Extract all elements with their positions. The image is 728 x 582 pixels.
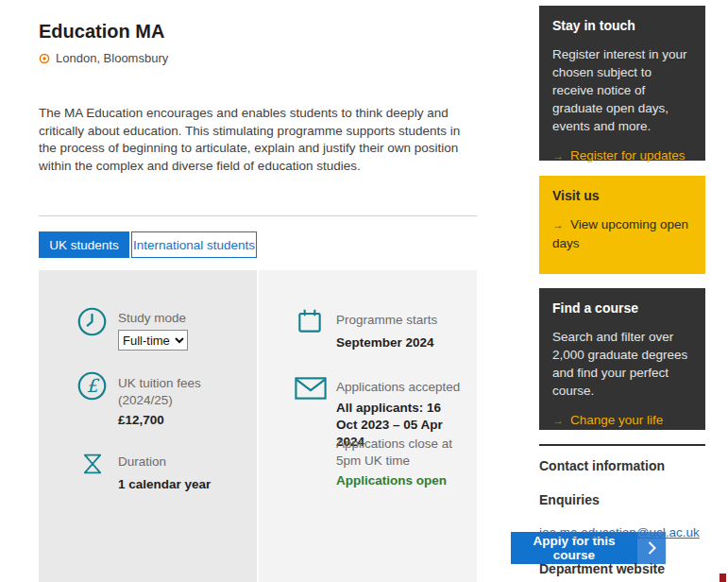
key-information-panel: Study mode Full-time £ UK tuition fees (… <box>39 270 477 582</box>
calendar-icon <box>295 306 325 336</box>
tuition-label: UK tuition fees (2024/25) <box>118 375 231 409</box>
enquiries-heading: Enquiries <box>539 492 600 507</box>
duration-value: 1 calendar year <box>118 476 211 493</box>
contact-information-heading: Contact information <box>539 458 665 473</box>
pound-fees-icon: £ <box>76 370 108 402</box>
page-title: Education MA <box>39 21 164 43</box>
contact-divider <box>539 444 705 446</box>
location-pin-icon <box>39 53 50 64</box>
hourglass-icon <box>79 450 106 478</box>
visit-us-title: Visit us <box>552 188 692 203</box>
find-a-course-box: Find a course Search and filter over 2,0… <box>539 288 705 430</box>
arrow-right-icon: → <box>552 218 564 231</box>
visit-us-box: Visit us →View upcoming open days <box>539 176 705 274</box>
envelope-icon <box>295 376 327 401</box>
stay-in-touch-box: Stay in touch Register interest in your … <box>539 6 705 161</box>
tab-international-students[interactable]: International students <box>131 231 257 258</box>
find-a-course-title: Find a course <box>552 300 692 316</box>
course-description: The MA Education encourages and enables … <box>39 105 466 175</box>
programme-starts-label: Programme starts <box>336 312 437 329</box>
arrow-right-icon: → <box>552 149 564 163</box>
svg-text:£: £ <box>86 375 99 397</box>
tab-uk-students[interactable]: UK students <box>39 231 129 258</box>
change-your-life-link[interactable]: →Change your life <box>552 411 692 430</box>
view-open-days-link[interactable]: →View upcoming open days <box>552 215 692 252</box>
applications-status-badge: Applications open <box>336 473 447 488</box>
stay-in-touch-body: Register interest in your chosen subject… <box>552 45 692 135</box>
location-text: London, Bloomsbury <box>56 51 168 65</box>
clock-icon <box>76 306 108 337</box>
enquiries-email-link[interactable]: ioe.ma.education@ucl.ac.uk <box>539 525 700 539</box>
arrow-right-icon: → <box>552 414 564 427</box>
applications-close-note: Applications close at 5pm UK time <box>336 436 464 470</box>
duration-label: Duration <box>118 454 166 471</box>
study-mode-label: Study mode <box>118 310 186 327</box>
find-a-course-body: Search and filter over 2,000 graduate de… <box>552 328 692 400</box>
panel-right-column: Programme starts September 2024 Applicat… <box>259 270 477 582</box>
department-website-heading: Department website <box>539 561 665 576</box>
section-divider <box>39 215 477 216</box>
location-row: London, Bloomsbury <box>39 51 168 65</box>
applications-accepted-label: Applications accepted <box>336 379 460 396</box>
tuition-value: £12,700 <box>118 412 164 429</box>
stay-in-touch-title: Stay in touch <box>552 18 692 33</box>
partial-element-below <box>720 573 726 582</box>
register-for-updates-link[interactable]: →Register for updates <box>552 146 692 165</box>
study-mode-select[interactable]: Full-time <box>118 330 188 351</box>
programme-starts-value: September 2024 <box>336 334 434 351</box>
panel-left-column: Study mode Full-time £ UK tuition fees (… <box>39 270 257 582</box>
